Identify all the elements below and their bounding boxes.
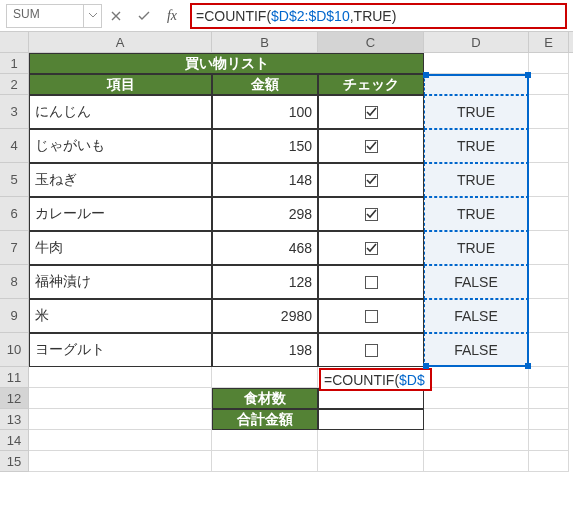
item-amount[interactable]: 298 (212, 197, 318, 231)
item-name[interactable]: 牛肉 (29, 231, 212, 265)
name-box[interactable]: SUM (6, 4, 84, 28)
item-name[interactable]: ヨーグルト (29, 333, 212, 367)
checkbox[interactable] (365, 276, 378, 289)
column-header[interactable]: C (318, 32, 424, 52)
linked-value[interactable]: TRUE (424, 129, 529, 163)
linked-value[interactable]: FALSE (424, 333, 529, 367)
item-amount[interactable]: 148 (212, 163, 318, 197)
cell[interactable] (529, 129, 569, 163)
selection-handle[interactable] (525, 72, 531, 78)
checkbox[interactable] (365, 344, 378, 357)
insert-function-button[interactable]: fx (158, 4, 186, 28)
cell[interactable] (29, 409, 212, 430)
row-header[interactable]: 3 (0, 95, 29, 129)
cell[interactable] (529, 197, 569, 231)
item-name[interactable]: カレールー (29, 197, 212, 231)
item-amount[interactable]: 128 (212, 265, 318, 299)
row-header[interactable]: 1 (0, 53, 29, 74)
item-check-cell[interactable] (318, 197, 424, 231)
cell[interactable] (212, 367, 318, 388)
selection-handle[interactable] (525, 363, 531, 369)
item-check-cell[interactable] (318, 231, 424, 265)
cell[interactable] (424, 388, 529, 409)
cell[interactable] (29, 388, 212, 409)
column-header[interactable]: D (424, 32, 529, 52)
checkbox[interactable] (365, 310, 378, 323)
item-name[interactable]: じゃがいも (29, 129, 212, 163)
row-header[interactable]: 4 (0, 129, 29, 163)
cell[interactable] (529, 53, 569, 74)
formula-input[interactable]: =COUNTIF($D$2:$D$10,TRUE) (196, 8, 561, 24)
row-header[interactable]: 9 (0, 299, 29, 333)
linked-value[interactable]: FALSE (424, 299, 529, 333)
linked-value[interactable]: FALSE (424, 265, 529, 299)
item-amount[interactable]: 468 (212, 231, 318, 265)
header-check[interactable]: チェック (318, 74, 424, 95)
table-title[interactable]: 買い物リスト (29, 53, 424, 74)
cell[interactable] (529, 95, 569, 129)
item-check-cell[interactable] (318, 95, 424, 129)
cell[interactable] (318, 430, 424, 451)
checkbox[interactable] (365, 242, 378, 255)
cell[interactable] (529, 409, 569, 430)
linked-value[interactable]: TRUE (424, 95, 529, 129)
cell[interactable] (529, 388, 569, 409)
summary-count-value[interactable] (318, 388, 424, 409)
row-header[interactable]: 10 (0, 333, 29, 367)
linked-value[interactable]: TRUE (424, 163, 529, 197)
item-name[interactable]: にんじん (29, 95, 212, 129)
item-amount[interactable]: 150 (212, 129, 318, 163)
summary-total-label[interactable]: 合計金額 (212, 409, 318, 430)
cell[interactable] (529, 265, 569, 299)
selection-handle[interactable] (423, 72, 429, 78)
item-check-cell[interactable] (318, 333, 424, 367)
cell[interactable] (529, 299, 569, 333)
cell[interactable] (529, 231, 569, 265)
header-amount[interactable]: 金額 (212, 74, 318, 95)
column-header[interactable]: B (212, 32, 318, 52)
cell[interactable] (424, 451, 529, 472)
checkbox[interactable] (365, 208, 378, 221)
cell[interactable] (424, 430, 529, 451)
cell[interactable] (29, 451, 212, 472)
cell[interactable] (424, 74, 529, 95)
item-amount[interactable]: 2980 (212, 299, 318, 333)
cancel-formula-button[interactable] (102, 4, 130, 28)
active-cell-editor[interactable]: =COUNTIF($D$ (319, 368, 432, 391)
linked-value[interactable]: TRUE (424, 197, 529, 231)
row-header[interactable]: 13 (0, 409, 29, 430)
item-amount[interactable]: 198 (212, 333, 318, 367)
cell[interactable] (424, 367, 529, 388)
linked-value[interactable]: TRUE (424, 231, 529, 265)
accept-formula-button[interactable] (130, 4, 158, 28)
item-check-cell[interactable] (318, 265, 424, 299)
item-name[interactable]: 福神漬け (29, 265, 212, 299)
cell[interactable] (318, 451, 424, 472)
header-item[interactable]: 項目 (29, 74, 212, 95)
cell[interactable] (529, 451, 569, 472)
summary-total-value[interactable] (318, 409, 424, 430)
checkbox[interactable] (365, 174, 378, 187)
column-header[interactable]: A (29, 32, 212, 52)
summary-count-label[interactable]: 食材数 (212, 388, 318, 409)
cell[interactable] (29, 430, 212, 451)
cell[interactable] (424, 53, 529, 74)
cell[interactable] (529, 163, 569, 197)
checkbox[interactable] (365, 106, 378, 119)
row-header[interactable]: 5 (0, 163, 29, 197)
cell[interactable] (212, 451, 318, 472)
cell[interactable] (529, 367, 569, 388)
cell[interactable] (529, 333, 569, 367)
cell[interactable] (29, 367, 212, 388)
cell[interactable] (424, 409, 529, 430)
row-header[interactable]: 15 (0, 451, 29, 472)
row-header[interactable]: 14 (0, 430, 29, 451)
item-name[interactable]: 米 (29, 299, 212, 333)
cell[interactable] (529, 430, 569, 451)
row-header[interactable]: 2 (0, 74, 29, 95)
cell[interactable] (212, 430, 318, 451)
selection-handle[interactable] (423, 363, 429, 369)
item-name[interactable]: 玉ねぎ (29, 163, 212, 197)
row-header[interactable]: 6 (0, 197, 29, 231)
item-check-cell[interactable] (318, 299, 424, 333)
